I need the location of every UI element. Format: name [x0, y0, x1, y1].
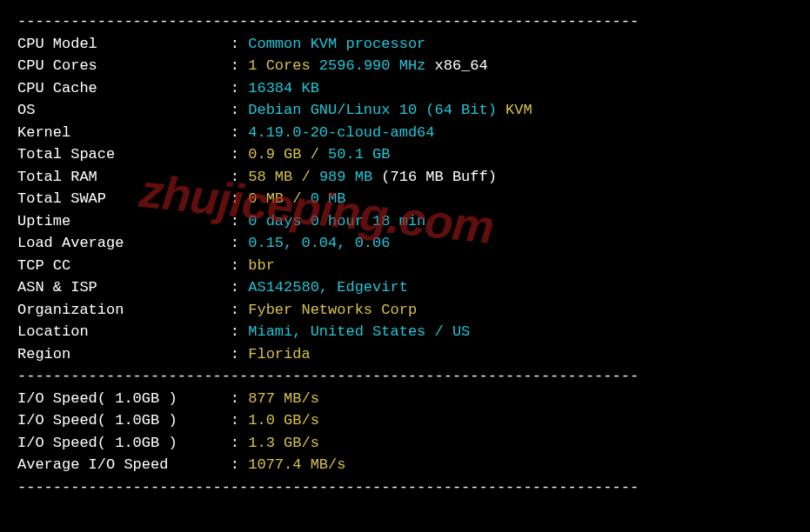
- sysinfo-row: OS : Debian GNU/Linux 10 (64 Bit) KVM: [17, 99, 793, 122]
- row-colon: :: [231, 346, 248, 362]
- row-label: Average I/O Speed: [17, 456, 231, 473]
- sysinfo-row: Organization : Fyber Networks Corp: [17, 299, 793, 322]
- row-colon: :: [231, 146, 248, 163]
- row-colon: :: [231, 124, 248, 141]
- sysinfo-row: Load Average : 0.15, 0.04, 0.06: [17, 232, 793, 255]
- row-colon: :: [231, 235, 248, 251]
- row-label: Kernel: [17, 124, 231, 141]
- row-colon: :: [231, 279, 248, 296]
- sysinfo-row: Location : Miami, United States / US: [17, 321, 793, 343]
- row-label: Location: [17, 323, 231, 340]
- row-colon: :: [231, 213, 248, 229]
- iospeed-block: I/O Speed( 1.0GB ) : 877 MB/sI/O Speed( …: [17, 388, 793, 476]
- row-colon: :: [231, 412, 248, 429]
- row-colon: :: [231, 323, 248, 340]
- row-colon: :: [231, 302, 248, 318]
- row-value-segment: Florida: [248, 346, 310, 362]
- row-value-segment: 877 MB/s: [248, 390, 319, 407]
- sysinfo-row: CPU Cores : 1 Cores 2596.990 MHz x86_64: [17, 55, 793, 77]
- sysinfo-row: Kernel : 4.19.0-20-cloud-amd64: [17, 122, 793, 144]
- iospeed-row: I/O Speed( 1.0GB ) : 1.0 GB/s: [17, 409, 793, 432]
- row-value-segment: 0 days 0 hour 18 min: [248, 213, 425, 229]
- row-label: I/O Speed( 1.0GB ): [17, 412, 231, 429]
- row-value-segment: bbr: [248, 257, 275, 274]
- sysinfo-row: Total SWAP : 0 MB / 0 MB: [17, 188, 793, 210]
- divider-mid: ----------------------------------------…: [17, 365, 793, 388]
- row-value-segment: x86_64: [435, 57, 488, 74]
- row-value-segment: 50.1 GB: [328, 146, 390, 163]
- sysinfo-row: TCP CC : bbr: [17, 255, 793, 277]
- row-label: Total RAM: [17, 169, 231, 185]
- sysinfo-row: Total RAM : 58 MB / 989 MB (716 MB Buff): [17, 166, 793, 189]
- row-label: Load Average: [17, 235, 231, 251]
- row-colon: :: [231, 190, 248, 207]
- row-value-segment: 0.15, 0.04, 0.06: [248, 235, 390, 251]
- row-value-segment: 1.0 GB/s: [248, 412, 319, 429]
- sysinfo-row: Region : Florida: [17, 343, 793, 366]
- row-label: Total SWAP: [17, 190, 231, 207]
- row-value-segment: Fyber Networks Corp: [248, 302, 417, 318]
- row-value-segment: (716 MB Buff): [381, 169, 497, 185]
- iospeed-row: I/O Speed( 1.0GB ) : 877 MB/s: [17, 388, 793, 410]
- row-label: CPU Model: [17, 36, 231, 52]
- sysinfo-row: CPU Model : Common KVM processor: [17, 33, 793, 56]
- row-value-segment: 0 MB /: [248, 190, 310, 207]
- row-value-segment: Common KVM processor: [248, 36, 425, 52]
- row-label: ASN & ISP: [17, 279, 231, 296]
- iospeed-row: I/O Speed( 1.0GB ) : 1.3 GB/s: [17, 432, 793, 455]
- row-label: CPU Cores: [17, 57, 231, 74]
- iospeed-row: Average I/O Speed : 1077.4 MB/s: [17, 454, 793, 476]
- row-colon: :: [231, 169, 248, 185]
- row-colon: :: [231, 456, 248, 473]
- row-label: Uptime: [17, 213, 231, 229]
- row-value-segment: 1.3 GB/s: [248, 435, 319, 451]
- sysinfo-block: CPU Model : Common KVM processorCPU Core…: [17, 33, 793, 366]
- row-colon: :: [231, 57, 248, 74]
- divider-bottom: ----------------------------------------…: [17, 476, 793, 499]
- row-value-segment: 1077.4 MB/s: [248, 456, 345, 473]
- row-label: I/O Speed( 1.0GB ): [17, 435, 231, 451]
- row-value-segment: KVM: [505, 102, 532, 118]
- row-value-segment: 0 MB: [311, 190, 346, 207]
- row-value-segment: 58 MB /: [248, 169, 319, 185]
- row-label: Organization: [17, 302, 231, 318]
- row-label: Total Space: [17, 146, 231, 163]
- row-label: OS: [17, 102, 231, 118]
- row-value-segment: 989 MB: [319, 169, 381, 185]
- row-value-segment: 1 Cores: [248, 57, 310, 74]
- row-colon: :: [231, 435, 248, 451]
- row-value-segment: 16384 KB: [248, 80, 319, 96]
- divider-top: ----------------------------------------…: [17, 10, 793, 33]
- row-value-segment: Miami, United States / US: [248, 323, 470, 340]
- row-label: CPU Cache: [17, 80, 231, 96]
- row-value-segment: AS142580, Edgevirt: [248, 279, 408, 296]
- row-colon: :: [231, 80, 248, 96]
- row-colon: :: [231, 390, 248, 407]
- sysinfo-row: Uptime : 0 days 0 hour 18 min: [17, 210, 793, 233]
- row-colon: :: [231, 102, 248, 118]
- sysinfo-row: ASN & ISP : AS142580, Edgevirt: [17, 276, 793, 299]
- sysinfo-row: Total Space : 0.9 GB / 50.1 GB: [17, 143, 793, 166]
- sysinfo-row: CPU Cache : 16384 KB: [17, 77, 793, 100]
- row-label: Region: [17, 346, 231, 362]
- row-value-segment: 2596.990 MHz: [311, 57, 435, 74]
- row-value-segment: 4.19.0-20-cloud-amd64: [248, 124, 434, 141]
- row-label: I/O Speed( 1.0GB ): [17, 390, 231, 407]
- row-colon: :: [231, 257, 248, 274]
- row-label: TCP CC: [17, 257, 231, 274]
- row-value-segment: 0.9 GB /: [248, 146, 328, 163]
- row-value-segment: Debian GNU/Linux 10 (64 Bit): [248, 102, 505, 118]
- row-colon: :: [231, 36, 248, 52]
